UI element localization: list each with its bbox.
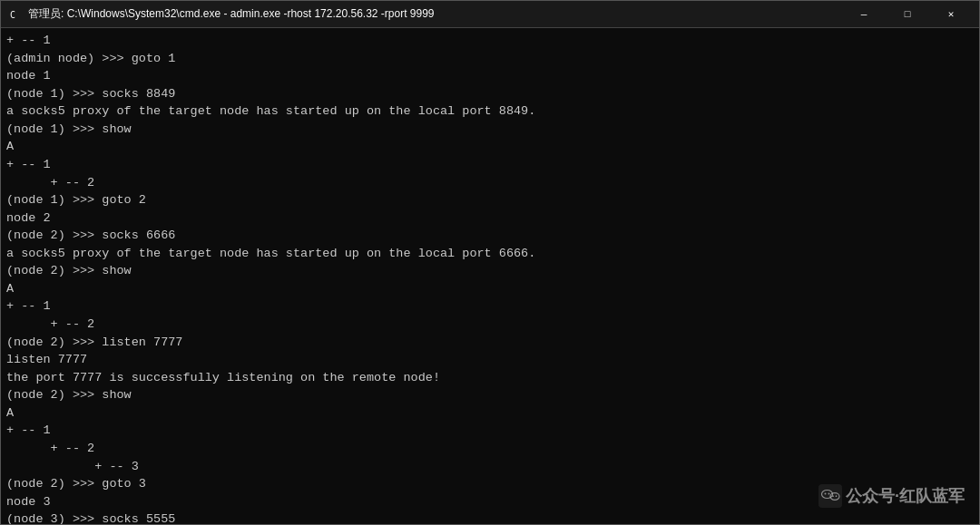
console-area[interactable]: + -- 1 (admin node) >>> goto 1 node 1 (n… — [1, 28, 979, 524]
svg-text:C: C — [10, 10, 15, 20]
title-text: 管理员: C:\Windows\System32\cmd.exe - admin… — [28, 6, 435, 22]
console-output: + -- 1 (admin node) >>> goto 1 node 1 (n… — [6, 32, 974, 524]
maximize-button[interactable]: □ — [887, 1, 928, 28]
title-bar-left: C 管理员: C:\Windows\System32\cmd.exe - adm… — [8, 6, 435, 22]
title-bar-controls: — □ ✕ — [843, 1, 972, 28]
cmd-icon: C — [8, 7, 23, 22]
window: C 管理员: C:\Windows\System32\cmd.exe - adm… — [0, 0, 980, 525]
title-bar: C 管理员: C:\Windows\System32\cmd.exe - adm… — [1, 1, 979, 28]
close-button[interactable]: ✕ — [930, 1, 972, 28]
minimize-button[interactable]: — — [843, 1, 885, 28]
